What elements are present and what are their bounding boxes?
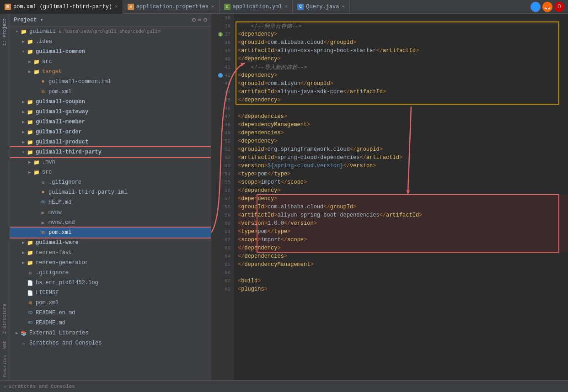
expand-arrow-coupon[interactable]: ▶ [20,99,27,105]
tree-item-helm-md[interactable]: MD HELM.md [10,197,211,207]
expand-arrow-src-common[interactable]: ▶ [27,59,33,64]
tab-close-pom[interactable]: × [115,4,118,10]
tab-bar: m pom.xml (gulimall-third-party) × ⚙ app… [0,0,568,14]
tree-item-mvnw-cmd[interactable]: ▶ mvnw.cmd [10,217,211,228]
expand-arrow-member[interactable]: ▶ [20,119,27,125]
tree-label-third-iml: gulimall-third-party.iml [48,189,128,196]
tree-item-member[interactable]: ▶ 📁 gulimall-member [10,117,211,127]
tree-item-gateway[interactable]: ▶ 📁 gulimall-gateway [10,107,211,117]
bookmark-42[interactable] [218,73,223,78]
gutter-line-38: 38 [225,38,230,47]
tree-label-hs-err: hs_err_pid61452.log [36,280,98,286]
sidebar-item-web[interactable]: Web [1,338,8,351]
mvnwcmd-icon: ▶ [39,219,47,226]
gutter-line-57: 57 [225,195,230,203]
tree-item-scratches[interactable]: ✏ Scratches and Consoles [10,338,211,348]
tree-item-target[interactable]: ▶ 📁 target [10,67,211,77]
tree-item-third-iml[interactable]: ■ gulimall-third-party.iml [10,187,211,197]
panel-action-gear[interactable]: ⚙ [192,16,196,24]
chrome-icon[interactable]: 🌐 [530,2,541,12]
tree-item-renren-fast[interactable]: ▶ 📁 renren-fast [10,248,211,258]
code-content[interactable]: <!--阿里云存储--> <dependency> <groupId>com.a… [234,14,568,380]
tab-app-props[interactable]: ⚙ application.properties × [123,0,220,14]
expand-arrow-ware[interactable]: ▶ [20,240,27,245]
code-line-35 [238,14,568,22]
tree-label-common-iml: gulimall-common.iml [48,79,111,85]
scratches-icon-bottom: ✏ [4,383,7,389]
firefox-icon[interactable]: 🦊 [542,2,552,12]
tab-pom-xml[interactable]: m pom.xml (gulimall-third-party) × [0,0,123,14]
expand-arrow-src-third[interactable]: ▶ [27,170,33,175]
tree-item-ware[interactable]: ▶ 📁 gulimall-ware [10,238,211,248]
tree-label-src-third: src [42,169,52,175]
tree-item-external-libs[interactable]: ▶ 📚 External Libraries [10,328,211,338]
expand-arrow-gulimail[interactable]: ▾ [14,29,20,34]
tab-query-java[interactable]: C Query.java × [293,0,350,14]
expand-arrow-renren-gen[interactable]: ▶ [20,260,27,265]
panel-action-collapse[interactable]: ≡ [198,16,201,24]
tree-item-pom-root[interactable]: m pom.xml [10,298,211,308]
tree-item-third-party[interactable]: ▾ 📁 gulimall-third-party [10,147,211,157]
tree-item-gitignore-third[interactable]: ⚙ .gitignore [10,177,211,187]
tree-item-src-third[interactable]: ▶ 📁 src [10,167,211,177]
tree-item-src-common[interactable]: ▶ 📁 src [10,57,211,67]
panel-action-settings[interactable]: ⚙ [204,16,207,24]
tab-close-java[interactable]: × [342,4,345,10]
tab-app-yaml[interactable]: ⚙ application.yml × [220,0,293,14]
tree-item-product[interactable]: ▶ 📁 gulimall-product [10,137,211,147]
expand-arrow-renren-fast[interactable]: ▶ [20,250,27,255]
expand-arrow-mvn[interactable]: ▶ [27,159,33,165]
code-line-43: <groupId>com.aliyun</groupId> [238,79,568,88]
bottom-scratches-label: Scratches and Consoles [9,384,75,389]
code-line-47: </dependencies> [238,112,568,121]
bottom-bar-scratches[interactable]: ✏ Scratches and Consoles [4,383,75,389]
sidebar-item-favorites[interactable]: Favorites [2,352,8,380]
tree-item-order[interactable]: ▶ 📁 gulimall-order [10,127,211,137]
sidebar-item-structure[interactable]: Z-Structure [1,301,8,337]
tree-item-gitignore-root[interactable]: ⚙ .gitignore [10,268,211,278]
tree-item-readme[interactable]: MD README.md [10,318,211,328]
properties-icon: ⚙ [128,4,134,10]
expand-arrow-product[interactable]: ▶ [20,139,27,145]
tree-item-coupon[interactable]: ▶ 📁 gulimall-coupon [10,97,211,107]
expand-arrow-idea[interactable]: ▶ [20,39,27,44]
expand-arrow-common[interactable]: ▾ [20,49,27,54]
folder-icon-common: 📁 [27,48,34,55]
folder-icon-renren-fast: 📁 [27,249,34,256]
expand-arrow-ext-libs[interactable]: ▶ [14,330,20,336]
opera-icon[interactable]: O [554,2,564,12]
tab-pom-label: pom.xml (gulimall-third-party) [13,4,112,10]
code-line-41: <!--导入新的依赖--> [238,63,568,71]
tree-label-readme: README.md [36,320,65,326]
tree-item-hs-err[interactable]: 📄 hs_err_pid61452.log [10,278,211,288]
tree-item-license[interactable]: 📄 LICENSE [10,288,211,298]
tree-item-pom-common[interactable]: m pom.xml [10,87,211,97]
tab-close-yaml[interactable]: × [285,4,288,10]
tree-label-scratches: Scratches and Consoles [29,340,102,346]
expand-arrow-gateway[interactable]: ▶ [20,109,27,115]
tree-item-common-iml[interactable]: ■ gulimall-common.iml [10,77,211,87]
expand-arrow-order[interactable]: ▶ [20,129,27,135]
log-icon: 📄 [27,280,34,286]
folder-icon-renren-gen: 📁 [27,260,34,266]
bookmark-37[interactable]: G [218,32,223,37]
tab-close-props[interactable]: × [211,4,214,10]
panel-title: Project ▾ [14,16,43,23]
tree-item-idea[interactable]: ▶ 📁 .idea [10,37,211,47]
gutter-line-52: 52 [225,154,230,162]
expand-arrow-target[interactable]: ▶ [27,69,33,74]
tree-label-helm: HELM.md [48,199,71,206]
tree-item-renren-gen[interactable]: ▶ 📁 renren-generator [10,258,211,268]
expand-arrow-third[interactable]: ▾ [20,149,27,155]
sidebar-item-project[interactable]: 1: Project [1,16,8,48]
tree-item-pom-third[interactable]: m pom.xml [10,228,211,238]
tree-item-mvn[interactable]: ▶ 📁 .mvn [10,157,211,167]
tree-item-common[interactable]: ▾ 📁 gulimall-common [10,47,211,57]
folder-icon-gulimail: 📁 [20,28,27,35]
tree-item-readme-en[interactable]: MD README.en.md [10,308,211,318]
tree-item-gulimail[interactable]: ▾ 📁 gulimail E:\Data\Java\pro\guli_shop\… [10,26,211,37]
tree-item-mvnw[interactable]: ▶ mvnw [10,207,211,217]
panel-actions: ⚙ ≡ ⚙ [192,16,207,24]
tree-label-license: LICENSE [36,290,59,296]
gutter-line-47: 47 [225,112,230,121]
